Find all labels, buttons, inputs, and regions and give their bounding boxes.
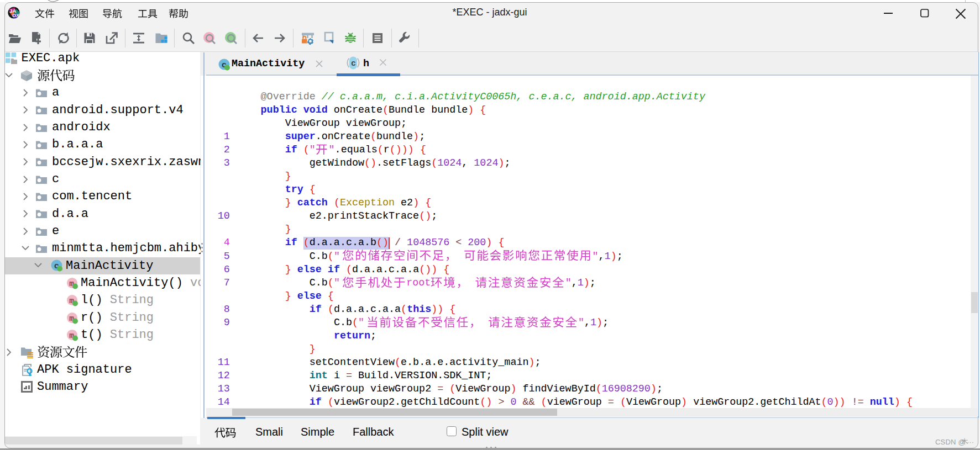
svg-text:c: c bbox=[351, 59, 356, 68]
svg-text:DX: DX bbox=[12, 12, 20, 18]
